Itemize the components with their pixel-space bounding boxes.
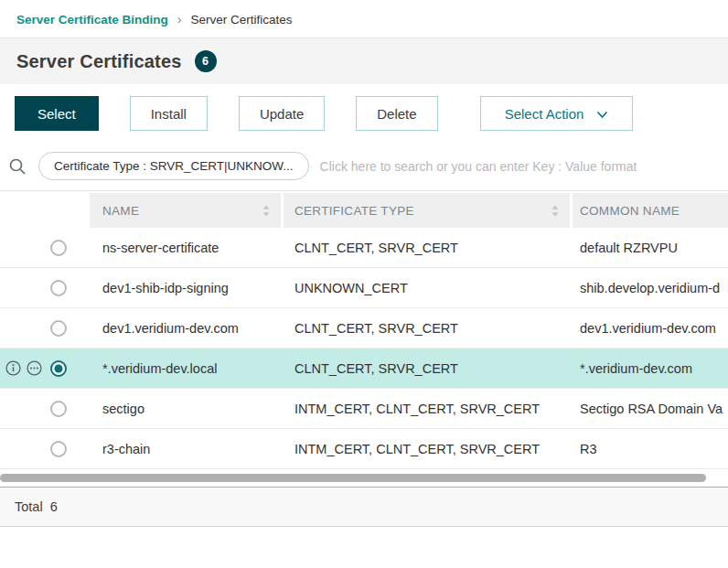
cell-certificate-type: INTM_CERT, CLNT_CERT, SRVR_CERT bbox=[284, 442, 570, 456]
column-header-common-name-label: COMMON NAME bbox=[573, 204, 680, 218]
table-row[interactable]: *.veridium-dev.local CLNT_CERT, SRVR_CER… bbox=[0, 348, 728, 389]
cell-name: *.veridium-dev.local bbox=[90, 361, 281, 376]
cell-certificate-type: CLNT_CERT, SRVR_CERT bbox=[284, 361, 570, 376]
page-title: Server Certificates bbox=[16, 51, 182, 72]
row-radio[interactable] bbox=[50, 441, 67, 457]
cell-name: sectigo bbox=[90, 402, 281, 416]
table-header-select-column bbox=[0, 193, 87, 228]
cell-common-name: *.veridium-dev.com bbox=[573, 361, 728, 376]
sort-icon[interactable] bbox=[262, 205, 281, 217]
cell-common-name: default RZRVPU bbox=[573, 241, 728, 255]
scrollbar-thumb[interactable] bbox=[0, 474, 706, 482]
row-select-cell bbox=[0, 320, 87, 337]
chevron-down-icon bbox=[596, 111, 608, 119]
ellipsis-icon[interactable] bbox=[27, 360, 42, 376]
row-select-cell bbox=[0, 360, 87, 377]
cell-certificate-type: CLNT_CERT, SRVR_CERT bbox=[284, 321, 570, 336]
cell-common-name: Sectigo RSA Domain Va bbox=[573, 402, 728, 416]
horizontal-scrollbar[interactable] bbox=[0, 474, 728, 482]
select-button[interactable]: Select bbox=[15, 96, 99, 131]
column-header-certificate-type[interactable]: CERTIFICATE TYPE bbox=[284, 193, 570, 228]
cell-name: ns-server-certificate bbox=[90, 241, 281, 255]
total-bar: Total 6 bbox=[0, 488, 728, 527]
install-button[interactable]: Install bbox=[130, 96, 208, 131]
breadcrumb: Server Certificate Binding › Server Cert… bbox=[0, 0, 728, 38]
title-bar: Server Certificates 6 bbox=[0, 38, 728, 84]
cell-name: dev1-shib-idp-signing bbox=[90, 281, 281, 295]
sort-icon[interactable] bbox=[551, 205, 570, 217]
row-radio[interactable] bbox=[50, 240, 67, 256]
search-bar: Certificate Type : SRVR_CERT|UNKNOW... bbox=[0, 144, 728, 191]
row-radio[interactable] bbox=[50, 320, 67, 337]
info-icon[interactable] bbox=[5, 360, 21, 376]
column-header-common-name[interactable]: COMMON NAME bbox=[573, 193, 728, 228]
total-label: Total bbox=[15, 499, 43, 514]
row-select-cell bbox=[0, 441, 87, 457]
table-header-row: NAME CERTIFICATE TYPE COMMON NAME bbox=[0, 193, 728, 228]
search-icon[interactable] bbox=[7, 156, 27, 177]
row-select-cell bbox=[0, 240, 87, 256]
count-badge: 6 bbox=[195, 50, 217, 72]
cell-certificate-type: CLNT_CERT, SRVR_CERT bbox=[284, 241, 570, 255]
filter-chip-certificate-type[interactable]: Certificate Type : SRVR_CERT|UNKNOW... bbox=[38, 152, 309, 180]
row-radio[interactable] bbox=[50, 360, 67, 377]
toolbar: Select Install Update Delete Select Acti… bbox=[0, 84, 728, 144]
table-row[interactable]: sectigo INTM_CERT, CLNT_CERT, SRVR_CERT … bbox=[0, 389, 728, 429]
cell-common-name: shib.develop.veridium-d bbox=[573, 281, 728, 295]
cell-name: r3-chain bbox=[90, 442, 281, 456]
cell-name: dev1.veridium-dev.com bbox=[90, 321, 281, 336]
table-row[interactable]: dev1.veridium-dev.com CLNT_CERT, SRVR_CE… bbox=[0, 308, 728, 348]
search-input[interactable] bbox=[320, 159, 719, 174]
cell-common-name: R3 bbox=[573, 442, 728, 456]
row-select-cell bbox=[0, 401, 87, 417]
update-button[interactable]: Update bbox=[239, 96, 325, 131]
row-radio[interactable] bbox=[50, 401, 67, 417]
row-select-cell bbox=[0, 280, 87, 296]
breadcrumb-current: Server Certificates bbox=[190, 13, 292, 27]
table-body: ns-server-certificate CLNT_CERT, SRVR_CE… bbox=[0, 228, 728, 469]
select-action-label: Select Action bbox=[505, 106, 584, 122]
breadcrumb-separator-icon: › bbox=[177, 12, 182, 27]
table-row[interactable]: ns-server-certificate CLNT_CERT, SRVR_CE… bbox=[0, 228, 728, 268]
delete-button[interactable]: Delete bbox=[356, 96, 437, 131]
cell-certificate-type: UNKNOWN_CERT bbox=[284, 281, 570, 295]
column-header-name[interactable]: NAME bbox=[90, 193, 281, 228]
breadcrumb-link-server-certificate-binding[interactable]: Server Certificate Binding bbox=[16, 13, 168, 27]
row-radio[interactable] bbox=[50, 280, 67, 296]
table-row[interactable]: r3-chain INTM_CERT, CLNT_CERT, SRVR_CERT… bbox=[0, 429, 728, 469]
cell-common-name: dev1.veridium-dev.com bbox=[573, 321, 728, 336]
cell-certificate-type: INTM_CERT, CLNT_CERT, SRVR_CERT bbox=[284, 402, 570, 416]
select-action-dropdown[interactable]: Select Action bbox=[480, 96, 634, 131]
total-value: 6 bbox=[50, 499, 58, 514]
column-header-certificate-type-label: CERTIFICATE TYPE bbox=[284, 204, 414, 218]
column-header-name-label: NAME bbox=[90, 204, 139, 218]
server-certificates-page: Server Certificate Binding › Server Cert… bbox=[0, 0, 728, 527]
table-row[interactable]: dev1-shib-idp-signing UNKNOWN_CERT shib.… bbox=[0, 268, 728, 308]
